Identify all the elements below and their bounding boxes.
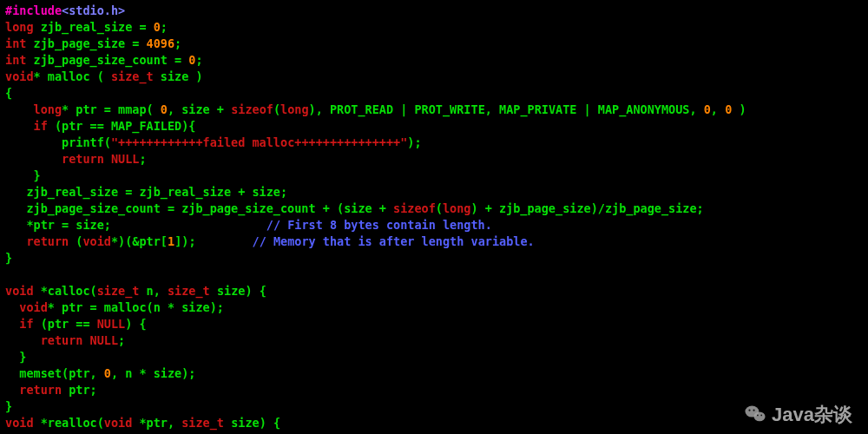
comment: // First 8 bytes contain length. xyxy=(266,218,492,232)
string: "++++++++++++failed malloc++++++++++++++… xyxy=(111,135,407,149)
code-block: #include<stdio.h> long zjb_real_size = 0… xyxy=(0,0,868,434)
p: ) { xyxy=(125,317,146,331)
id: zjb_page_size_count = zjb_page_size_coun… xyxy=(26,201,393,215)
p: ( xyxy=(273,102,280,116)
sp xyxy=(104,152,111,166)
kw: void xyxy=(19,300,48,314)
p: ) xyxy=(732,102,746,116)
kw: void xyxy=(5,416,34,430)
watermark: Java杂谈 xyxy=(744,403,852,425)
id: *)(&ptr[ xyxy=(111,234,168,248)
watermark-text: Java杂谈 xyxy=(772,406,852,423)
kw: sizeof xyxy=(231,102,273,116)
brace: { xyxy=(5,86,12,100)
wechat-icon xyxy=(744,403,766,425)
svg-point-5 xyxy=(760,415,762,417)
id: ), PROT_READ | PROT_WRITE, MAP_PRIVATE |… xyxy=(309,102,704,116)
id: * malloc ( xyxy=(34,69,111,83)
lit: 0 xyxy=(104,366,111,380)
indent xyxy=(5,201,26,215)
kw: void xyxy=(5,69,34,83)
id: zjb_real_size = xyxy=(34,20,154,34)
indent xyxy=(5,300,19,314)
brace: } xyxy=(19,350,26,364)
kw: void xyxy=(5,284,34,298)
kw: return xyxy=(62,152,104,166)
indent xyxy=(5,185,26,199)
comment: // Memory that is after length variable. xyxy=(253,234,535,248)
kw: size_t xyxy=(111,69,154,83)
p: ( xyxy=(436,201,443,215)
p: ); xyxy=(407,135,421,149)
kw: long xyxy=(443,201,471,215)
id: , size + xyxy=(168,102,231,116)
indent xyxy=(5,317,19,331)
kw: NULL xyxy=(97,317,126,331)
id: memset(ptr, xyxy=(19,366,104,380)
kw: long xyxy=(280,102,309,116)
p: ; xyxy=(139,152,146,166)
indent xyxy=(5,135,62,149)
lit: 4096 xyxy=(147,36,175,50)
id: ) + zjb_page_size)/zjb_page_size; xyxy=(470,201,703,215)
lit: 0 xyxy=(704,102,711,116)
p: ; xyxy=(195,53,202,67)
svg-point-2 xyxy=(748,410,750,411)
kw: if xyxy=(19,317,33,331)
id: * ptr = mmap( xyxy=(62,102,161,116)
kw: long xyxy=(34,102,62,116)
kw: size_t xyxy=(97,284,140,298)
kw: size_t xyxy=(181,416,224,430)
sp xyxy=(196,234,253,248)
kw: void xyxy=(82,234,111,248)
stmt: * ptr = malloc(n * size); xyxy=(48,300,224,314)
id: size ) xyxy=(154,69,203,83)
kw: int xyxy=(5,36,26,50)
p: , xyxy=(711,102,725,116)
id: zjb_page_size_count = xyxy=(26,53,188,67)
sp xyxy=(111,218,266,232)
id: size) { xyxy=(224,416,280,430)
id: *ptr, xyxy=(132,416,181,430)
indent xyxy=(5,218,26,232)
stmt: zjb_real_size = zjb_real_size + size; xyxy=(26,185,287,199)
brace: } xyxy=(34,168,41,182)
p: ]); xyxy=(174,234,195,248)
include-header: <stdio.h> xyxy=(62,3,125,17)
svg-point-3 xyxy=(753,410,755,411)
indent xyxy=(5,366,19,380)
kw: NULL xyxy=(111,152,140,166)
id: printf( xyxy=(62,135,111,149)
p: ; xyxy=(174,36,181,50)
lit: 1 xyxy=(168,234,174,248)
indent xyxy=(5,119,34,133)
id: *calloc( xyxy=(34,284,97,298)
indent xyxy=(5,152,62,166)
kw: int xyxy=(5,53,26,67)
id: (ptr == xyxy=(34,317,97,331)
p: ; xyxy=(118,333,125,347)
id: n, xyxy=(139,284,168,298)
brace: } xyxy=(5,399,12,413)
sp xyxy=(82,333,89,347)
kw: return xyxy=(26,234,69,248)
brace: } xyxy=(5,251,12,265)
kw: void xyxy=(104,416,133,430)
kw: return xyxy=(41,333,83,347)
kw: return xyxy=(19,383,62,397)
p: ; xyxy=(161,20,168,34)
kw: long xyxy=(5,20,34,34)
svg-point-4 xyxy=(757,415,759,417)
p: , n * size); xyxy=(111,366,196,380)
indent xyxy=(5,168,34,182)
indent xyxy=(5,102,34,116)
kw: size_t xyxy=(168,284,210,298)
lit: 0 xyxy=(154,20,161,34)
id: zjb_page_size = xyxy=(26,36,146,50)
id: *realloc( xyxy=(34,416,104,430)
svg-point-1 xyxy=(754,411,766,421)
kw: if xyxy=(34,119,48,133)
indent xyxy=(5,383,19,397)
kw: NULL xyxy=(90,333,119,347)
lit: 0 xyxy=(161,102,168,116)
